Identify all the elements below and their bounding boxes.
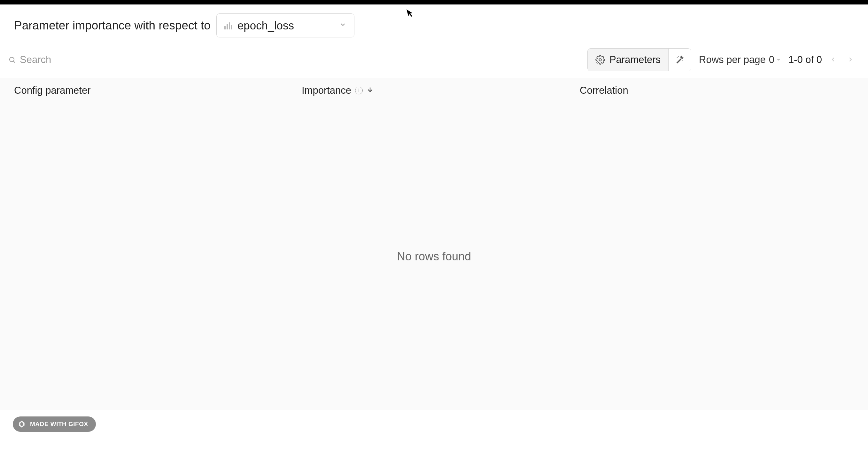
metric-selector[interactable]: epoch_loss (216, 13, 354, 37)
info-icon[interactable]: i (355, 87, 363, 94)
parameters-button[interactable]: Parameters (588, 49, 669, 71)
column-header-correlation[interactable]: Correlation (580, 85, 854, 96)
rows-per-page-selector[interactable]: 0 (769, 54, 781, 65)
metric-selected-label: epoch_loss (238, 19, 334, 32)
column-header-config[interactable]: Config parameter (14, 85, 302, 96)
column-header-importance-label: Importance (302, 85, 351, 96)
search-input[interactable] (20, 54, 581, 65)
svg-line-1 (14, 61, 16, 63)
empty-state-text: No rows found (397, 250, 471, 263)
column-header-importance[interactable]: Importance i (302, 85, 580, 96)
toolbar-button-group: Parameters (587, 48, 691, 71)
search-icon (8, 56, 16, 64)
gifox-logo-icon (17, 420, 26, 429)
magic-wand-button[interactable] (669, 49, 691, 71)
chevron-down-icon (776, 57, 781, 63)
gifox-badge: MADE WITH GIFOX (13, 417, 96, 432)
rows-per-page-label: Rows per page (699, 54, 766, 65)
sort-descending-icon (367, 86, 374, 95)
table-header-row: Config parameter Importance i Correlatio… (0, 78, 868, 103)
svg-point-0 (9, 57, 14, 62)
gear-icon (595, 55, 605, 65)
magic-wand-icon (675, 55, 685, 65)
next-page-button[interactable] (847, 54, 854, 65)
table-empty-body: No rows found (0, 103, 868, 410)
rows-per-page-value: 0 (769, 54, 774, 65)
bar-chart-icon (224, 22, 232, 29)
page-info: 1-0 of 0 (788, 54, 822, 65)
chevron-down-icon (339, 21, 346, 30)
svg-point-2 (599, 59, 601, 61)
parameters-button-label: Parameters (610, 54, 660, 65)
page-title: Parameter importance with respect to (14, 19, 211, 32)
gifox-badge-text: MADE WITH GIFOX (30, 421, 88, 428)
prev-page-button[interactable] (830, 54, 837, 65)
